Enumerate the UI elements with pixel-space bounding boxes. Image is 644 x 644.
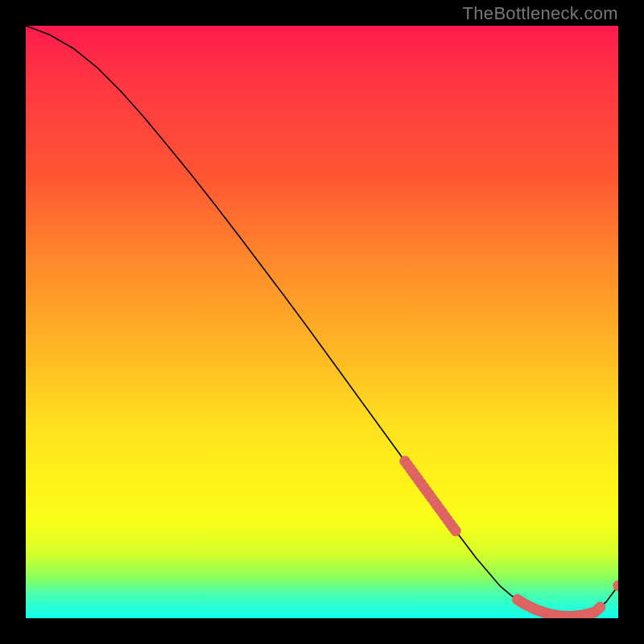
bottleneck-curve-path bbox=[26, 26, 618, 617]
plot-area bbox=[26, 26, 618, 618]
chart-frame: TheBottleneck.com bbox=[0, 0, 644, 644]
cluster-right-dot bbox=[595, 602, 605, 613]
curve-overlay bbox=[26, 26, 618, 618]
end-dot bbox=[613, 580, 619, 591]
cluster-left-dot bbox=[450, 526, 460, 536]
watermark-text: TheBottleneck.com bbox=[463, 3, 618, 24]
